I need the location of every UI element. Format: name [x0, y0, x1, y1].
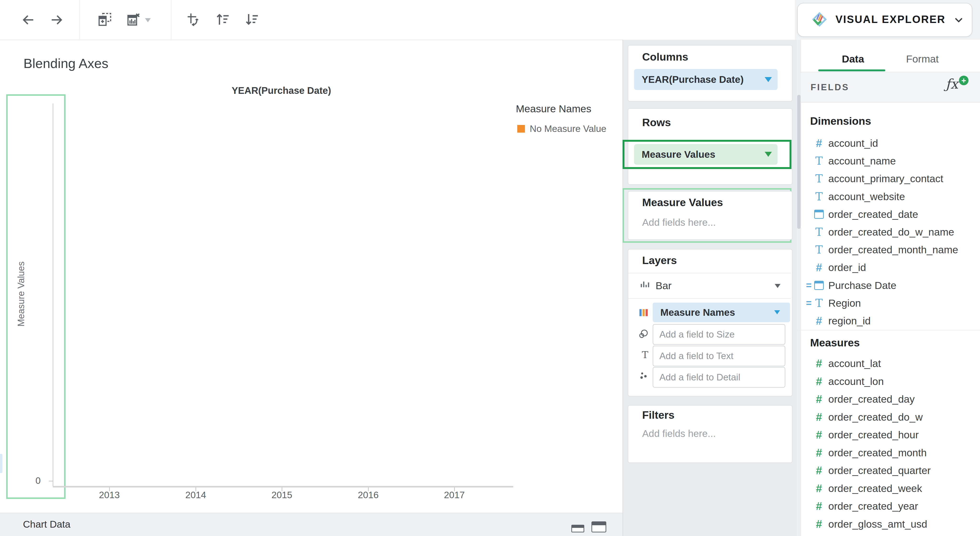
field-row[interactable]: order_created_month_name — [801, 241, 980, 258]
rows-pill-label: Measure Values — [642, 144, 715, 165]
field-row[interactable]: Region — [801, 294, 980, 312]
legend-swatch-icon[interactable] — [517, 125, 525, 132]
drag-ghost-fragment — [0, 454, 2, 473]
field-label: account_website — [828, 188, 905, 205]
size-drop-field[interactable]: Add a field to Size — [653, 324, 785, 345]
field-row[interactable]: account_lon — [801, 373, 980, 390]
field-row[interactable]: order_created_do_w — [801, 408, 980, 426]
field-label: order_created_quarter — [828, 462, 931, 479]
sort-ascending-icon — [215, 11, 231, 27]
dropdown-caret-icon[interactable] — [765, 77, 772, 82]
field-row[interactable]: order_created_week — [801, 480, 980, 497]
field-label: Region — [828, 294, 861, 312]
field-row[interactable]: account_primary_contact — [801, 170, 980, 187]
field-row[interactable]: order_gloss_amt_usd — [801, 515, 980, 533]
filters-label: Filters — [642, 409, 675, 421]
number-icon — [813, 498, 826, 515]
text-icon — [813, 294, 826, 312]
swap-axes-icon — [186, 11, 202, 27]
field-row[interactable]: order_created_hour — [801, 426, 980, 443]
legend-title: Measure Names — [516, 103, 591, 115]
legend-item-label[interactable]: No Measure Value — [530, 123, 606, 134]
number-icon — [813, 515, 826, 533]
collapse-panel-icon[interactable] — [571, 525, 584, 533]
field-row[interactable]: order_created_quarter — [801, 462, 980, 479]
x-tick-label: 2013 — [90, 490, 129, 500]
scrollbar-thumb[interactable] — [797, 95, 800, 229]
columns-shelf-label: Columns — [642, 51, 688, 63]
dropdown-caret-icon[interactable] — [775, 284, 780, 288]
filters-placeholder: Add fields here... — [642, 428, 716, 439]
field-label: account_lon — [828, 373, 884, 390]
number-icon — [813, 259, 826, 276]
field-label: order_created_day — [828, 391, 915, 408]
sheet-title: Blending Axes — [24, 56, 108, 71]
field-row[interactable]: order_created_month — [801, 444, 980, 461]
field-label: order_created_hour — [828, 426, 919, 443]
x-axis-line — [53, 486, 513, 487]
field-row[interactable]: account_website — [801, 188, 980, 205]
number-icon — [813, 426, 826, 443]
text-icon: T — [639, 349, 651, 361]
dropdown-caret-icon[interactable] — [765, 152, 772, 157]
text-drop-field[interactable]: Add a field to Text — [653, 346, 785, 366]
field-label: order_created_month_name — [828, 241, 958, 258]
field-label: order_created_year — [828, 498, 918, 515]
field-row[interactable]: order_created_do_w_name — [801, 223, 980, 241]
field-row[interactable]: order_created_date — [801, 206, 980, 223]
number-icon — [813, 391, 826, 408]
detail-placeholder: Add a field to Detail — [653, 367, 785, 387]
field-row[interactable]: account_lat — [801, 355, 980, 372]
sort-ascending-button[interactable] — [215, 11, 231, 27]
detail-icon — [639, 370, 650, 382]
x-tick-label: 2015 — [263, 490, 301, 500]
rows-shelf-label: Rows — [642, 116, 671, 129]
mark-type-select[interactable]: Bar — [655, 273, 671, 298]
number-icon — [813, 373, 826, 390]
y-axis-drop-highlight — [6, 94, 65, 499]
forward-arrow-icon — [49, 12, 65, 28]
field-label: Purchase Date — [828, 277, 896, 294]
sort-descending-button[interactable] — [244, 11, 260, 27]
field-row[interactable]: region_id — [801, 312, 980, 329]
svg-text:T: T — [642, 349, 648, 360]
visual-explorer-logo-icon — [811, 11, 828, 28]
divider — [628, 298, 791, 299]
number-icon — [813, 312, 826, 329]
y-tick-label: 0 — [26, 475, 41, 486]
x-tick-label: 2017 — [435, 490, 474, 500]
add-calculated-field-button[interactable]: + — [945, 76, 972, 98]
toolbar-divider — [171, 0, 171, 39]
swap-axes-button[interactable] — [186, 11, 202, 27]
size-icon — [638, 328, 649, 340]
expand-panel-icon[interactable] — [592, 522, 606, 533]
forward-button[interactable] — [49, 12, 65, 28]
fields-header: FIELDS — [811, 82, 850, 93]
dropdown-caret-icon[interactable] — [774, 310, 780, 314]
color-pill-label: Measure Names — [660, 303, 735, 322]
chevron-down-icon[interactable] — [953, 14, 965, 26]
field-row[interactable]: order_id — [801, 259, 980, 276]
layers-label: Layers — [642, 254, 677, 267]
field-label: account_lat — [828, 355, 881, 372]
field-row[interactable]: account_name — [801, 152, 980, 169]
field-label: order_created_month — [828, 444, 927, 461]
back-button[interactable] — [20, 12, 36, 28]
field-row[interactable]: account_id — [801, 134, 980, 152]
detail-drop-field[interactable]: Add a field to Detail — [653, 367, 785, 388]
clear-sheet-button[interactable] — [126, 11, 141, 27]
tab-data[interactable]: Data — [830, 53, 876, 65]
clear-sheet-caret-icon[interactable] — [145, 18, 151, 22]
divider — [628, 273, 791, 273]
field-row[interactable]: order_created_year — [801, 498, 980, 515]
field-row[interactable]: order_created_day — [801, 391, 980, 408]
plus-badge-icon: + — [959, 76, 969, 85]
calculated-field-icon — [801, 294, 811, 312]
field-label: account_name — [828, 152, 896, 169]
tab-format[interactable]: Format — [897, 53, 947, 65]
y-axis-title[interactable]: Measure Values — [16, 262, 26, 327]
field-row[interactable]: Purchase Date — [801, 277, 980, 294]
measures-section-label: Measures — [810, 337, 860, 349]
x-axis-title[interactable]: YEAR(Purchase Date) — [232, 85, 331, 96]
new-sheet-button[interactable] — [97, 11, 113, 27]
